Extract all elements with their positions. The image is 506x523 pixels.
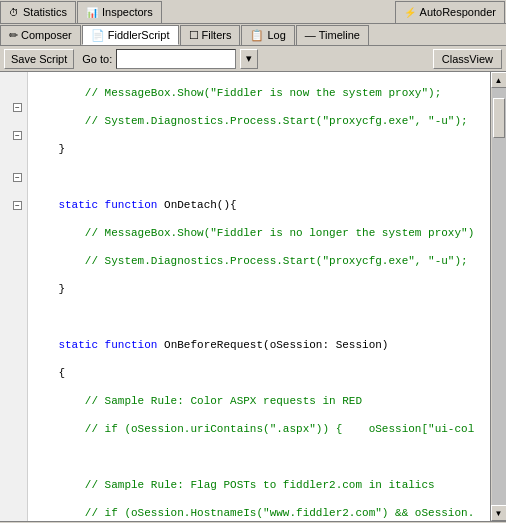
tab-fiddlerscript[interactable]: 📄 FiddlerScript [82, 25, 179, 45]
code-line-1: // MessageBox.Show("Fiddler is now the s… [28, 86, 490, 100]
tab-statistics[interactable]: ⏱ Statistics [0, 1, 76, 23]
code-line-16: // if (oSession.HostnameIs("www.fiddler2… [28, 506, 490, 520]
gutter-line-6 [0, 142, 27, 156]
code-line-14 [28, 450, 490, 464]
goto-input[interactable] [116, 49, 236, 69]
code-line-5: static function OnDetach(){ [28, 198, 490, 212]
gutter-line-2 [0, 86, 27, 100]
goto-label: Go to: [82, 53, 112, 65]
code-line-8: } [28, 282, 490, 296]
code-line-10: static function OnBeforeRequest(oSession… [28, 338, 490, 352]
gutter-line-11 [0, 212, 27, 226]
code-line-11: { [28, 366, 490, 380]
goto-dropdown-button[interactable]: ▾ [240, 49, 258, 69]
tab-filters[interactable]: ☐ Filters [180, 25, 241, 45]
gutter-line-23 [0, 380, 27, 394]
code-line-2: // System.Diagnostics.Process.Start("pro… [28, 114, 490, 128]
gutter-line-20 [0, 338, 27, 352]
tab-timeline-label: Timeline [319, 29, 360, 41]
gutter-line-22 [0, 366, 27, 380]
gutter-line-7 [0, 156, 27, 170]
gutter-line-30 [0, 478, 27, 492]
gutter-line-13 [0, 240, 27, 254]
gutter-line-29 [0, 464, 27, 478]
gutter-line-4 [0, 114, 27, 128]
code-line-4 [28, 170, 490, 184]
tab-composer[interactable]: ✏ Composer [0, 25, 81, 45]
scroll-up-button[interactable]: ▲ [491, 72, 507, 88]
gutter-line-17 [0, 296, 27, 310]
code-line-9 [28, 310, 490, 324]
fiddlerscript-icon: 📄 [91, 29, 105, 42]
fold-button-4[interactable]: − [13, 201, 22, 210]
gutter-line-12 [0, 226, 27, 240]
log-icon: 📋 [250, 29, 264, 42]
gutter-line-8: − [0, 170, 27, 184]
code-line-6: // MessageBox.Show("Fiddler is no longer… [28, 226, 490, 240]
gutter-line-18 [0, 310, 27, 324]
code-lines: // MessageBox.Show("Fiddler is now the s… [28, 72, 490, 521]
scroll-track[interactable] [492, 88, 506, 505]
gutter-line-28 [0, 450, 27, 464]
top-tab-bar: ⏱ Statistics 📊 Inspectors ⚡ AutoResponde… [0, 0, 506, 24]
gutter-line-10: − [0, 198, 27, 212]
gutter-line-21 [0, 352, 27, 366]
code-line-7: // System.Diagnostics.Process.Start("pro… [28, 254, 490, 268]
gutter-line-9 [0, 184, 27, 198]
save-script-button[interactable]: Save Script [4, 49, 74, 69]
tab-timeline[interactable]: — Timeline [296, 25, 369, 45]
gutter-line-19 [0, 324, 27, 338]
classview-button[interactable]: ClassView [433, 49, 502, 69]
second-tab-bar: ✏ Composer 📄 FiddlerScript ☐ Filters 📋 L… [0, 24, 506, 46]
gutter-line-27 [0, 436, 27, 450]
tab-autoresponder[interactable]: ⚡ AutoResponder [395, 1, 505, 23]
gutter-line-1 [0, 72, 27, 86]
gutter-line-16 [0, 282, 27, 296]
fold-button-1[interactable]: − [13, 103, 22, 112]
fold-button-3[interactable]: − [13, 173, 22, 182]
gutter-line-25 [0, 408, 27, 422]
tab-composer-label: Composer [21, 29, 72, 41]
toolbar: Save Script Go to: ▾ ClassView [0, 46, 506, 72]
fold-button-2[interactable]: − [13, 131, 22, 140]
filters-icon: ☐ [189, 29, 199, 42]
code-line-15: // Sample Rule: Flag POSTs to fiddler2.c… [28, 478, 490, 492]
autoresponder-icon: ⚡ [404, 7, 416, 18]
code-line-3: } [28, 142, 490, 156]
gutter-line-26 [0, 422, 27, 436]
code-editor[interactable]: // MessageBox.Show("Fiddler is now the s… [28, 72, 490, 521]
composer-icon: ✏ [9, 29, 18, 42]
tab-log[interactable]: 📋 Log [241, 25, 294, 45]
vertical-scrollbar: ▲ ▼ [490, 72, 506, 521]
tab-log-label: Log [267, 29, 285, 41]
gutter-line-5: − [0, 128, 27, 142]
scroll-thumb[interactable] [493, 98, 505, 138]
gutter-line-14 [0, 254, 27, 268]
editor-container: − − − − [0, 72, 506, 521]
code-line-13: // if (oSession.uriContains(".aspx")) { … [28, 422, 490, 436]
gutter-line-3: − [0, 100, 27, 114]
code-line-12: // Sample Rule: Color ASPX requests in R… [28, 394, 490, 408]
code-scroll-area[interactable]: // MessageBox.Show("Fiddler is now the s… [28, 72, 490, 521]
code-gutter: − − − − [0, 72, 28, 521]
tab-inspectors[interactable]: 📊 Inspectors [77, 1, 162, 23]
gutter-line-15 [0, 268, 27, 282]
scroll-down-button[interactable]: ▼ [491, 505, 507, 521]
gutter-line-24 [0, 394, 27, 408]
tab-fiddlerscript-label: FiddlerScript [108, 29, 170, 41]
timeline-icon: — [305, 29, 316, 41]
tab-autoresponder-label: AutoResponder [420, 6, 496, 18]
tab-statistics-label: Statistics [23, 6, 67, 18]
tab-filters-label: Filters [202, 29, 232, 41]
tab-inspectors-label: Inspectors [102, 6, 153, 18]
inspectors-icon: 📊 [86, 7, 98, 18]
statistics-icon: ⏱ [9, 7, 19, 18]
